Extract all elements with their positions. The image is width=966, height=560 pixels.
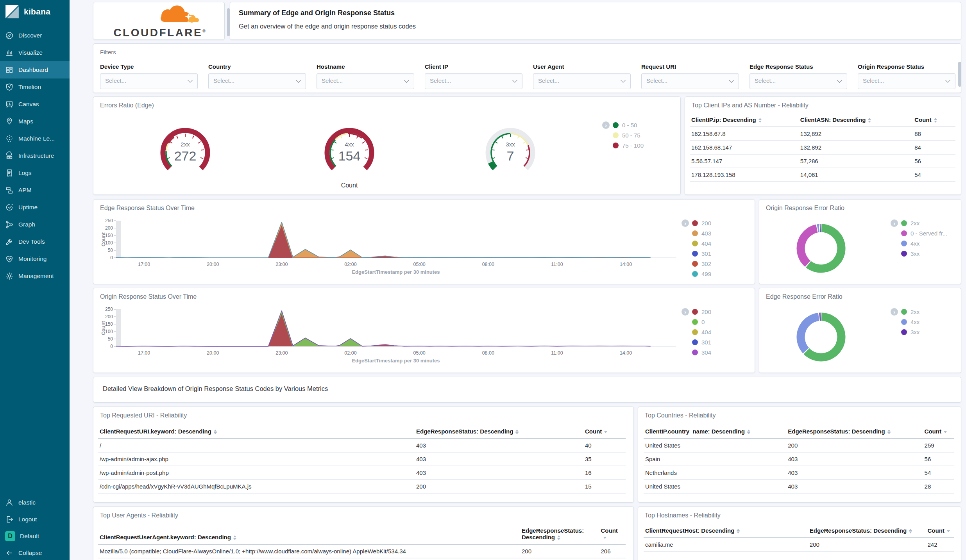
sidebar-item-management[interactable]: Management bbox=[0, 268, 70, 285]
table-cell: 54 bbox=[923, 466, 954, 480]
legend-item-4xx[interactable]: 4xx bbox=[901, 238, 947, 248]
sidebar-item-dev-tools[interactable]: Dev Tools bbox=[0, 233, 70, 250]
legend-label: 403 bbox=[701, 230, 711, 237]
legend-item-301[interactable]: 301 bbox=[692, 337, 711, 347]
gauge-4xx: 4xx154 bbox=[312, 118, 386, 180]
filter-edge-response-status-select[interactable]: Select... bbox=[750, 73, 847, 89]
panel-errors-ratio: Errors Ratio (Edge) 2xx2724xx154Count3xx… bbox=[93, 96, 681, 195]
legend-item-200[interactable]: 200 bbox=[692, 218, 711, 228]
column-header[interactable]: EdgeResponseStatus: Descending bbox=[786, 425, 923, 439]
column-header[interactable]: ClientRequestUserAgent.keyword: Descendi… bbox=[98, 524, 520, 544]
panel-title: Top Requested URI - Reliability bbox=[100, 412, 187, 419]
svg-text:05:00: 05:00 bbox=[413, 262, 426, 267]
legend-expand-icon[interactable]: › bbox=[682, 219, 689, 227]
legend-color-dot bbox=[692, 271, 698, 277]
column-header[interactable]: ClientIP.country_name: Descending bbox=[644, 425, 786, 439]
sort-icon bbox=[868, 118, 871, 123]
table-cell: 5.56.57.147 bbox=[690, 154, 799, 168]
legend-expand-icon[interactable]: › bbox=[891, 308, 898, 316]
legend-item-2xx[interactable]: 2xx bbox=[901, 307, 919, 317]
filter-client-ip-select[interactable]: Select... bbox=[425, 73, 522, 89]
legend-item-404[interactable]: 404 bbox=[692, 238, 711, 248]
panel-title: Top User Agents - Reliability bbox=[100, 512, 178, 519]
filter-country: CountrySelect... bbox=[208, 63, 306, 89]
donut-chart[interactable] bbox=[796, 312, 846, 362]
sidebar-item-timelion[interactable]: Timelion bbox=[0, 78, 70, 96]
sidebar-item-logout[interactable]: Logout bbox=[0, 511, 70, 528]
gauge-3xx: 3xx7 bbox=[473, 118, 547, 180]
legend-item-302[interactable]: 302 bbox=[692, 259, 711, 269]
sidebar-item-maps[interactable]: Maps bbox=[0, 113, 70, 130]
filter-country-select[interactable]: Select... bbox=[208, 73, 306, 89]
legend-label: 3xx bbox=[911, 329, 919, 335]
sidebar-item-discover[interactable]: Discover bbox=[0, 27, 70, 44]
table-cell: 54 bbox=[913, 168, 955, 182]
panel-top-hostnames: Top Hostnames - Reliability ClientReques… bbox=[638, 506, 961, 560]
legend-expand-icon[interactable]: › bbox=[682, 308, 689, 316]
filter-device-type-select[interactable]: Select... bbox=[100, 73, 198, 89]
column-header[interactable]: EdgeResponseStatus: Descending bbox=[415, 425, 583, 439]
legend-item-75-100[interactable]: 75 - 100 bbox=[613, 140, 644, 150]
column-header[interactable]: Count bbox=[583, 425, 626, 439]
table-cell: Netherlands bbox=[644, 466, 786, 480]
legend-color-dot bbox=[901, 319, 907, 325]
table-cell: 56 bbox=[913, 154, 955, 168]
legend-item-0[interactable]: 0 bbox=[692, 317, 711, 327]
legend-item-2xx[interactable]: 2xx bbox=[901, 218, 947, 228]
sidebar-item-canvas[interactable]: Canvas bbox=[0, 96, 70, 113]
sidebar-item-infrastructure[interactable]: Infrastructure bbox=[0, 147, 70, 164]
column-header[interactable]: Count bbox=[599, 524, 626, 544]
legend-item-3xx[interactable]: 3xx bbox=[901, 248, 947, 259]
sidebar-item-apm[interactable]: APM bbox=[0, 182, 70, 199]
donut-chart[interactable] bbox=[796, 224, 846, 273]
sidebar-item-graph[interactable]: Graph bbox=[0, 216, 70, 233]
column-header[interactable]: EdgeResponseStatus: Descending bbox=[520, 524, 599, 544]
filters-scrollbar[interactable] bbox=[958, 62, 961, 87]
column-header[interactable]: ClientRequestURI.keyword: Descending bbox=[98, 425, 415, 439]
sort-icon bbox=[909, 529, 912, 534]
filter-origin-response-status-select[interactable]: Select... bbox=[858, 73, 955, 89]
sidebar-item-logs[interactable]: Logs bbox=[0, 164, 70, 182]
sort-icon bbox=[557, 535, 560, 540]
legend-item-304[interactable]: 304 bbox=[692, 347, 711, 357]
legend-item-4xx[interactable]: 4xx bbox=[901, 317, 919, 327]
logo-panel-scrollbar[interactable] bbox=[227, 8, 230, 36]
sidebar-item-visualize[interactable]: Visualize bbox=[0, 44, 70, 61]
legend-label: 75 - 100 bbox=[622, 142, 644, 149]
legend-item-3xx[interactable]: 3xx bbox=[901, 327, 919, 337]
column-header[interactable]: Count bbox=[923, 425, 954, 439]
legend-item-50-75[interactable]: 50 - 75 bbox=[613, 130, 644, 140]
column-header[interactable]: ClientASN: Descending bbox=[799, 113, 913, 127]
column-header[interactable]: EdgeResponseStatus: Descending bbox=[808, 524, 926, 538]
filter-hostname-select[interactable]: Select... bbox=[317, 73, 414, 89]
legend-expand-icon[interactable]: › bbox=[891, 219, 898, 227]
sidebar-item-uptime[interactable]: Uptime bbox=[0, 199, 70, 216]
legend-item-301[interactable]: 301 bbox=[692, 248, 711, 259]
svg-text:02:00: 02:00 bbox=[344, 350, 356, 356]
legend-item-403[interactable]: 403 bbox=[692, 228, 711, 238]
svg-text:23:00: 23:00 bbox=[275, 262, 288, 267]
sidebar-item-elastic[interactable]: elastic bbox=[0, 494, 70, 511]
panel-markdown: Detailed View Breakdown of Origin Respon… bbox=[93, 377, 961, 403]
column-header[interactable]: Count bbox=[926, 524, 954, 538]
column-header[interactable]: ClientIP.ip: Descending bbox=[690, 113, 799, 127]
legend-item-200[interactable]: 200 bbox=[692, 307, 711, 317]
sort-icon bbox=[947, 530, 950, 532]
legend-item-0-50[interactable]: 0 - 50 bbox=[613, 120, 644, 130]
sidebar-item-machine-le[interactable]: Machine Le... bbox=[0, 130, 70, 147]
sidebar-item-monitoring[interactable]: Monitoring bbox=[0, 250, 70, 268]
column-header[interactable]: ClientRequestHost: Descending bbox=[644, 524, 808, 538]
legend-expand-icon[interactable]: › bbox=[602, 121, 610, 129]
logs-icon bbox=[5, 169, 14, 177]
legend-item-499[interactable]: 499 bbox=[692, 269, 711, 279]
default-space-badge: D bbox=[5, 531, 15, 541]
sidebar-item-collapse[interactable]: Collapse bbox=[0, 544, 70, 560]
legend-item-0-served-fr-[interactable]: 0 - Served fr... bbox=[901, 228, 947, 238]
legend-item-404[interactable]: 404 bbox=[692, 327, 711, 337]
sidebar-item-dashboard[interactable]: Dashboard bbox=[0, 61, 70, 78]
kibana-logo[interactable]: kibana bbox=[5, 4, 50, 19]
filter-user-agent-select[interactable]: Select... bbox=[533, 73, 631, 89]
column-header[interactable]: Count bbox=[913, 113, 955, 127]
sidebar-item-default[interactable]: DDefault bbox=[0, 528, 70, 545]
filter-request-uri-select[interactable]: Select... bbox=[641, 73, 739, 89]
